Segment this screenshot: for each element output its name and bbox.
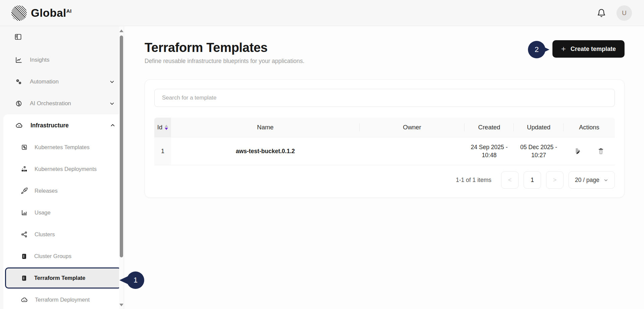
chevron-down-icon (109, 79, 115, 85)
cloud-icon (15, 122, 23, 129)
infrastructure-group: Infrastructure Ku (3, 114, 123, 309)
sidebar-item-terraform-deployment[interactable]: Terraform Deployment (3, 289, 123, 309)
column-header-updated: Updated (514, 118, 564, 137)
sidebar-item-label: Cluster Groups (34, 253, 71, 259)
sidebar-item-label: Insights (30, 57, 50, 63)
sidebar-item-kubernetes-deployments[interactable]: Kubernetes Deployments (3, 158, 123, 180)
cell-updated: 05 Dec 2025 - 10:27 (514, 137, 564, 165)
logo-superscript: AI (66, 8, 72, 14)
annotation-arrow-right-icon (539, 45, 549, 54)
network-share-icon (21, 231, 28, 238)
sidebar-item-insights[interactable]: Insights (0, 49, 124, 71)
sidebar-item-cluster-groups[interactable]: Cluster Groups (3, 245, 123, 267)
pagination-next-button[interactable]: > (546, 171, 564, 189)
sidebar-item-label: Kubernetes Templates (35, 144, 90, 150)
sidebar-collapse-button[interactable] (14, 33, 22, 41)
globe-logo-icon (11, 5, 27, 21)
create-template-button[interactable]: + Create template (552, 40, 625, 58)
nodes-icon (21, 166, 28, 173)
sidebar-item-infrastructure[interactable]: Infrastructure (3, 114, 123, 136)
chevron-down-icon (109, 101, 115, 107)
sidebar-item-terraform-template[interactable]: Terraform Template (5, 267, 121, 289)
annotation-step-1-badge: 1 (119, 271, 145, 289)
document-list-icon (21, 253, 28, 260)
sidebar-item-label: Releases (35, 188, 58, 194)
gears-icon (15, 78, 22, 85)
sidebar-item-label: Clusters (35, 231, 55, 238)
column-header-id[interactable]: Id (154, 118, 171, 137)
page-size-select[interactable]: 20 / page (569, 171, 615, 189)
cell-owner (360, 137, 465, 165)
pagination: 1-1 of 1 items < 1 > 20 / page (154, 171, 615, 189)
sort-ascending-caret-icon (165, 125, 168, 127)
templates-table: Id Name Owner Created Updated Actions (154, 118, 615, 165)
create-template-label: Create template (571, 46, 616, 53)
sidebar-item-usage[interactable]: Usage (3, 202, 123, 224)
sidebar: Insights Automation (0, 26, 124, 309)
column-header-actions: Actions (564, 118, 615, 137)
column-header-name: Name (171, 118, 360, 137)
bar-chart-icon (21, 209, 28, 216)
sidebar-item-label: Terraform Template (34, 275, 86, 281)
sidebar-item-label: Infrastructure (31, 122, 69, 129)
app-root: GlobalAI U (0, 0, 644, 309)
edit-template-button[interactable] (574, 147, 582, 155)
cloud-icon (21, 296, 28, 304)
cell-actions (564, 137, 615, 165)
rocket-icon (21, 187, 28, 194)
page-header: Terraform Templates Define reusable infr… (145, 40, 305, 65)
pagination-page-1-button[interactable]: 1 (524, 171, 541, 189)
main-content: Terraform Templates Define reusable infr… (124, 26, 644, 309)
panel-left-icon (14, 33, 22, 41)
pagination-prev-button[interactable]: < (501, 171, 519, 189)
bell-icon (596, 8, 606, 18)
cell-id: 1 (154, 137, 171, 165)
table-row: 1 aws-test-bucket.0.1.2 24 Sep 2025 - 10… (154, 137, 615, 165)
sort-icon (165, 125, 168, 130)
document-list-icon (21, 275, 28, 282)
pagination-summary: 1-1 of 1 items (456, 177, 491, 184)
sidebar-item-label: Automation (30, 78, 59, 85)
sidebar-nav: Insights Automation (0, 49, 124, 309)
annotation-step-2-badge: 2 (528, 41, 549, 58)
logo-text: GlobalAI (31, 7, 72, 19)
templates-card: Id Name Owner Created Updated Actions (145, 79, 625, 198)
chevron-up-icon (110, 122, 116, 128)
sidebar-item-automation[interactable]: Automation (0, 71, 124, 92)
plus-icon: + (561, 45, 566, 53)
top-bar-actions: U (596, 5, 632, 21)
brain-icon (15, 100, 22, 107)
cell-name: aws-test-bucket.0.1.2 (171, 137, 360, 165)
sort-descending-caret-icon (165, 128, 168, 130)
table-header-row: Id Name Owner Created Updated Actions (154, 118, 615, 137)
sidebar-scrollbar[interactable] (119, 26, 124, 309)
sidebar-item-releases[interactable]: Releases (3, 180, 123, 202)
sidebar-item-label: Terraform Deployment (35, 297, 90, 303)
column-header-created: Created (465, 118, 514, 137)
notifications-button[interactable] (596, 8, 606, 18)
page-title: Terraform Templates (145, 40, 305, 56)
search-input[interactable] (154, 89, 615, 107)
line-chart-icon (15, 56, 22, 64)
user-avatar[interactable]: U (616, 5, 632, 21)
sidebar-item-label: Usage (35, 209, 51, 216)
cell-created: 24 Sep 2025 - 10:48 (465, 137, 514, 165)
scrollbar-thumb[interactable] (120, 36, 123, 257)
trash-icon (597, 147, 605, 155)
scroll-down-arrow-icon[interactable] (119, 304, 123, 306)
sidebar-item-ai-orchestration[interactable]: AI Orchestration (0, 92, 124, 114)
annotation-step-number: 1 (127, 271, 144, 289)
sidebar-item-clusters[interactable]: Clusters (3, 224, 123, 245)
edit-document-pencil-icon (574, 147, 582, 155)
delete-template-button[interactable] (597, 147, 605, 155)
scroll-up-arrow-icon[interactable] (119, 29, 123, 32)
page-subtitle: Define reusable infrastructure blueprint… (145, 58, 305, 65)
column-header-owner: Owner (360, 118, 465, 137)
chevron-down-icon (603, 178, 608, 183)
top-bar: GlobalAI U (0, 0, 644, 26)
template-grid-icon (21, 144, 28, 151)
sidebar-item-kubernetes-templates[interactable]: Kubernetes Templates (3, 136, 123, 158)
sidebar-item-label: Kubernetes Deployments (35, 166, 97, 172)
logo: GlobalAI (11, 5, 72, 21)
sidebar-item-label: AI Orchestration (30, 100, 71, 107)
